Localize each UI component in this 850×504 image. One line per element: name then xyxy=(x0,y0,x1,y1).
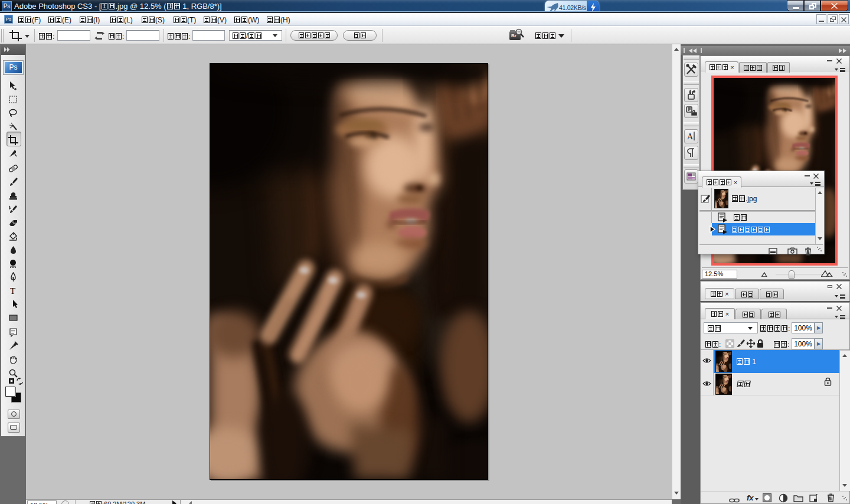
svg-text:T: T xyxy=(10,286,15,296)
svg-text:A: A xyxy=(687,132,694,141)
